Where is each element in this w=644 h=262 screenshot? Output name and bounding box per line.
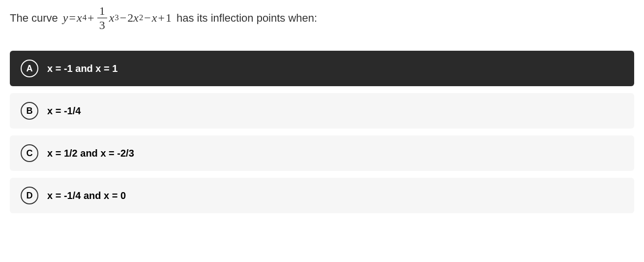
option-letter: C bbox=[21, 144, 38, 162]
option-letter: B bbox=[21, 102, 38, 120]
question-equation: y=x4+ 1 3 x3−2x2−x+1 bbox=[63, 5, 172, 31]
option-letter: A bbox=[21, 60, 38, 77]
options-list: A x = -1 and x = 1 B x = -1/4 C x = 1/2 … bbox=[10, 51, 634, 213]
question-text: The curve y=x4+ 1 3 x3−2x2−x+1 has its i… bbox=[10, 5, 634, 31]
option-text: x = -1/4 and x = 0 bbox=[47, 190, 126, 201]
option-letter: D bbox=[21, 187, 38, 204]
option-a[interactable]: A x = -1 and x = 1 bbox=[10, 51, 634, 86]
option-b[interactable]: B x = -1/4 bbox=[10, 93, 634, 129]
option-c[interactable]: C x = 1/2 and x = -2/3 bbox=[10, 135, 634, 171]
option-text: x = -1/4 bbox=[47, 105, 81, 117]
question-suffix: has its inflection points when: bbox=[176, 9, 317, 27]
option-text: x = 1/2 and x = -2/3 bbox=[47, 148, 134, 159]
question-prefix: The curve bbox=[10, 9, 58, 27]
option-text: x = -1 and x = 1 bbox=[47, 63, 117, 74]
option-d[interactable]: D x = -1/4 and x = 0 bbox=[10, 178, 634, 213]
